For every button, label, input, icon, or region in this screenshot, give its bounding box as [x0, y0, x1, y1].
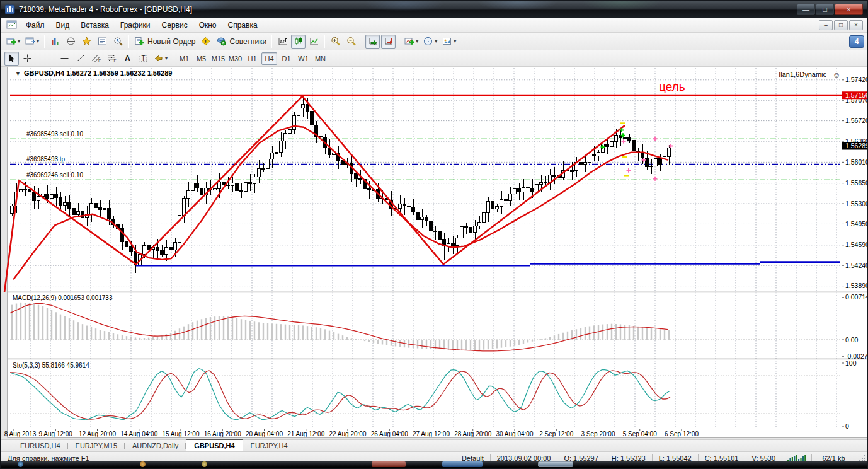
svg-text:0: 0: [845, 422, 849, 430]
auto-scroll-button[interactable]: [365, 35, 380, 49]
text-label-button[interactable]: T: [136, 52, 151, 66]
metatrader-window: 718039: MetaTrader 4 - RoboForex - [GBPU…: [0, 0, 868, 469]
menu-item-3[interactable]: Графики: [115, 19, 156, 32]
chart-tab-audnzd-daily[interactable]: AUDNZD,Daily: [125, 441, 186, 451]
taskbar-start-orb[interactable]: [18, 461, 23, 467]
vline-button[interactable]: [42, 52, 56, 66]
notification-badge[interactable]: 4: [849, 35, 864, 48]
chart-window-icon: [6, 20, 18, 30]
chart-tab-gbpusd-h4[interactable]: GBPUSD,H4: [186, 439, 243, 451]
mdi-close-button[interactable]: ×: [849, 20, 863, 30]
new-order-label: Новый Ордер: [147, 37, 195, 46]
app-icon: [5, 4, 15, 14]
taskbar-button-1[interactable]: [372, 461, 406, 467]
shapes-dropdown-icon[interactable]: ▾: [165, 55, 168, 61]
shapes-button[interactable]: ▾: [152, 52, 169, 66]
indicators-dropdown-icon[interactable]: ▾: [416, 38, 418, 44]
templates-button[interactable]: ▾: [440, 35, 458, 49]
svg-text:21 Aug 12:00: 21 Aug 12:00: [287, 431, 324, 437]
profiles-button[interactable]: ▾: [23, 35, 41, 49]
chart-tab-eurusd-h4[interactable]: EURUSD,H4: [13, 441, 68, 451]
taskbar-button-3[interactable]: [538, 461, 573, 467]
mdi-minimize-button[interactable]: –: [819, 20, 833, 30]
chart-canvas[interactable]: 1.574201.570701.567201.563601.560101.556…: [1, 67, 868, 439]
timeframe-h4-button[interactable]: H4: [261, 52, 277, 65]
text-a-button[interactable]: A: [120, 52, 135, 66]
windows-taskbar[interactable]: [1, 461, 867, 468]
templates-dropdown-icon[interactable]: ▾: [454, 38, 456, 44]
svg-text:26 Aug 04:00: 26 Aug 04:00: [371, 431, 408, 437]
periods-button[interactable]: ▾: [421, 35, 439, 49]
cursor-button[interactable]: [4, 52, 19, 66]
menu-bar: ФайлВидВставкаГрафикиСервисОкноСправка –…: [1, 18, 867, 33]
data-window-button[interactable]: [64, 35, 78, 49]
experts-button[interactable]: Советники: [215, 35, 269, 49]
indicators-button[interactable]: ▾: [403, 35, 420, 49]
svg-text:1.53890: 1.53890: [845, 282, 868, 289]
date-axis[interactable]: 8 Aug 20139 Aug 12:0012 Aug 20:0014 Aug …: [4, 429, 699, 437]
market-watch-button[interactable]: [48, 35, 62, 49]
mdi-restore-button[interactable]: □: [834, 20, 848, 30]
target-price-tag: 1.57156: [842, 91, 868, 100]
toolbar-separator: [362, 35, 362, 48]
new-order-button[interactable]: Новый Ордер: [132, 35, 197, 49]
svg-text:2 Sep 12:00: 2 Sep 12:00: [539, 431, 573, 437]
terminal-button[interactable]: [95, 35, 110, 49]
chart-tab-eurjpy-h4[interactable]: EURJPY,H4: [243, 441, 295, 451]
candles-button[interactable]: [291, 35, 306, 49]
trendline-button[interactable]: [73, 52, 88, 66]
new-chart-dropdown-icon[interactable]: ▾: [18, 38, 20, 44]
periods-dropdown-icon[interactable]: ▾: [435, 38, 437, 44]
line-chart-button[interactable]: [307, 35, 321, 49]
taskbar-icon-2[interactable]: [202, 461, 207, 467]
menu-item-6[interactable]: Справка: [222, 19, 263, 32]
svg-text:22 Aug 20:00: 22 Aug 20:00: [329, 431, 367, 437]
toolbar-separator: [38, 52, 38, 65]
taskbar-button-2[interactable]: [442, 461, 483, 467]
menu-item-2[interactable]: Вставка: [75, 19, 115, 32]
timeframe-d1-button[interactable]: D1: [278, 52, 294, 65]
alert-button[interactable]: !: [199, 35, 214, 49]
shapes-icon: [154, 54, 164, 63]
macd-label: MACD(12,26,9) 0.001653 0.001733: [13, 294, 113, 301]
timeframe-m5-button[interactable]: M5: [193, 52, 209, 65]
crosshair-button[interactable]: [20, 52, 35, 66]
svg-text:16 Aug 20:00: 16 Aug 20:00: [204, 431, 241, 437]
new-chart-button[interactable]: ▾: [4, 35, 22, 49]
profiles-dropdown-icon[interactable]: ▾: [37, 38, 39, 44]
fib-button[interactable]: F: [105, 52, 119, 66]
maximize-button[interactable]: □: [816, 4, 834, 15]
timeframe-w1-button[interactable]: W1: [295, 52, 311, 65]
menu-item-0[interactable]: Файл: [20, 19, 50, 32]
chart-area[interactable]: 1.574201.570701.567201.563601.560101.556…: [1, 67, 868, 439]
minimize-button[interactable]: —: [797, 4, 815, 15]
zoom-out-button[interactable]: [344, 35, 358, 49]
chart-shift-button[interactable]: [381, 35, 396, 49]
timeframe-m15-button[interactable]: M15: [210, 52, 226, 65]
hline-button[interactable]: [57, 52, 72, 66]
timeframe-m30-button[interactable]: M30: [227, 52, 243, 65]
close-button[interactable]: ×: [835, 4, 863, 15]
svg-text:1.56289: 1.56289: [845, 142, 868, 149]
navigator-icon: [82, 37, 92, 46]
timeframe-mn-button[interactable]: MN: [312, 52, 328, 65]
bar-chart-button[interactable]: [275, 35, 290, 49]
zoom-in-button[interactable]: [328, 35, 343, 49]
navigator-button[interactable]: [79, 35, 94, 49]
svg-text:3 Sep 20:00: 3 Sep 20:00: [581, 431, 615, 437]
chart-tab-eurjpy-m15[interactable]: EURJPY,M15: [68, 441, 125, 451]
menu-item-4[interactable]: Сервис: [156, 19, 193, 32]
timeframe-h1-button[interactable]: H1: [244, 52, 260, 65]
strategy-tester-button[interactable]: [111, 35, 125, 49]
toolbar-standard: ▾▾Новый Ордер!Советники▾▾▾ 4: [1, 33, 867, 50]
menu-item-5[interactable]: Окно: [193, 19, 222, 32]
experts-icon: [217, 37, 227, 46]
taskbar-icon-1[interactable]: [140, 461, 146, 467]
templates-icon: [442, 37, 452, 46]
order-line-label-0: #36985493 sell 0.10: [26, 130, 84, 137]
toolbar-separator: [399, 35, 399, 48]
menu-item-1[interactable]: Вид: [50, 19, 76, 32]
timeframe-m1-button[interactable]: M1: [176, 52, 192, 65]
channel-button[interactable]: E: [89, 52, 103, 66]
svg-text:T: T: [141, 55, 145, 62]
